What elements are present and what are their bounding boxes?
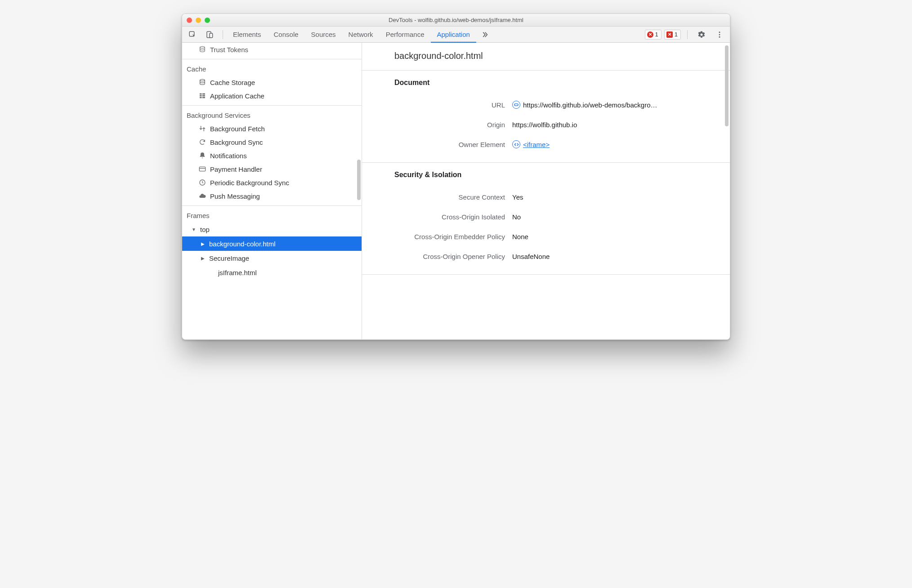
sidebar-item-payment-handler[interactable]: Payment Handler (182, 162, 362, 176)
owner-label: Owner Element (373, 141, 512, 148)
frames-top-label: top (200, 226, 210, 233)
frames-top-row[interactable]: ▼ top (182, 222, 362, 236)
tab-separator (687, 30, 688, 39)
push-messaging-label: Push Messaging (210, 192, 260, 200)
coep-label: Cross-Origin Embedder Policy (373, 233, 512, 241)
sidebar-item-trust-tokens[interactable]: Trust Tokens (182, 43, 362, 56)
svg-rect-2 (210, 33, 213, 38)
sidebar-inner: Trust Tokens Cache Cache Storage Ap (182, 43, 362, 284)
detail-scrollbar[interactable] (725, 45, 729, 126)
row-coep: Cross-Origin Embedder Policy None (373, 227, 719, 246)
svg-point-5 (719, 36, 720, 37)
section-document: Document URL https://wolfib.github.io/we… (362, 71, 730, 162)
frame-detail-pane[interactable]: background-color.html Document URL https… (362, 43, 730, 339)
sync-icon (198, 138, 206, 146)
svg-rect-10 (200, 95, 202, 97)
frames-leaf-label: jsIframe.html (218, 269, 257, 276)
main-split: Trust Tokens Cache Cache Storage Ap (182, 43, 730, 339)
sidebar-item-background-sync[interactable]: Background Sync (182, 135, 362, 149)
divider (362, 274, 730, 275)
devtools-window: DevTools - wolfib.github.io/web-demos/js… (182, 13, 730, 340)
sidebar-item-notifications[interactable]: Notifications (182, 149, 362, 162)
sidebar-scrollbar[interactable] (357, 160, 361, 200)
window-titlebar: DevTools - wolfib.github.io/web-demos/js… (182, 14, 730, 27)
disclosure-triangle-icon[interactable]: ▼ (191, 227, 197, 232)
coop-value: UnsafeNone (512, 253, 550, 260)
svg-point-4 (719, 34, 720, 35)
tab-separator (223, 30, 223, 39)
sidebar-item-application-cache[interactable]: Application Cache (182, 89, 362, 102)
owner-value-link[interactable]: <iframe> (523, 141, 550, 148)
cloud-icon (198, 192, 206, 200)
svg-point-7 (200, 79, 205, 81)
error-count: 1 (655, 31, 658, 38)
tab-network[interactable]: Network (342, 27, 380, 43)
clock-icon (198, 179, 206, 186)
frames-child-bgcolor[interactable]: ▶ background-color.html (182, 236, 362, 251)
reveal-source-icon[interactable] (512, 101, 520, 109)
database-icon (198, 46, 206, 53)
application-sidebar[interactable]: Trust Tokens Cache Cache Storage Ap (182, 43, 362, 339)
window-minimize-button[interactable] (196, 18, 201, 23)
fetch-icon (198, 125, 206, 132)
svg-point-3 (719, 31, 720, 33)
traffic-lights (187, 18, 210, 23)
tab-sources[interactable]: Sources (305, 27, 342, 43)
url-label: URL (373, 101, 512, 109)
row-origin: Origin https://wolfib.github.io (373, 115, 719, 134)
frames-child-secureimage[interactable]: ▶ SecureImage (182, 251, 362, 265)
window-title: DevTools - wolfib.github.io/web-demos/js… (182, 17, 730, 23)
svg-rect-11 (202, 95, 205, 97)
tab-console-label: Console (274, 31, 299, 38)
tab-performance[interactable]: Performance (380, 27, 431, 43)
owner-value-cell: <iframe> (512, 140, 719, 148)
application-cache-label: Application Cache (210, 92, 264, 100)
bg-services-header-label: Background Services (187, 111, 250, 119)
disclosure-triangle-icon[interactable]: ▶ (200, 256, 206, 261)
blocked-badge[interactable]: ✕ 1 (664, 30, 681, 40)
row-coop: Cross-Origin Opener Policy UnsafeNone (373, 246, 719, 266)
error-icon: ✕ (647, 31, 653, 38)
inspect-element-icon[interactable] (185, 29, 200, 40)
sidebar-section-bg-services: Background Services (182, 108, 362, 122)
frames-leaf-jsiframe[interactable]: jsIframe.html (182, 265, 362, 280)
sidebar-item-periodic-sync[interactable]: Periodic Background Sync (182, 176, 362, 189)
disclosure-triangle-icon[interactable]: ▶ (200, 241, 206, 246)
element-tag-icon[interactable] (512, 140, 520, 148)
tab-application-label: Application (437, 31, 470, 38)
tab-sources-label: Sources (311, 31, 336, 38)
origin-value-cell: https://wolfib.github.io (512, 121, 719, 129)
tab-application[interactable]: Application (431, 27, 476, 43)
tab-console[interactable]: Console (268, 27, 305, 43)
database-icon (198, 79, 206, 86)
tab-more-icon[interactable] (476, 31, 493, 39)
row-secure-context: Secure Context Yes (373, 187, 719, 207)
window-close-button[interactable] (187, 18, 192, 23)
device-toggle-icon[interactable] (202, 29, 217, 40)
tab-network-label: Network (349, 31, 373, 38)
detail-title: background-color.html (362, 43, 730, 70)
bell-icon (198, 152, 206, 159)
tab-elements[interactable]: Elements (227, 27, 268, 43)
svg-point-6 (200, 46, 205, 48)
row-owner-element: Owner Element <iframe> (373, 134, 719, 154)
svg-rect-14 (199, 167, 205, 171)
periodic-sync-label: Periodic Background Sync (210, 179, 289, 187)
blocked-icon: ✕ (666, 31, 673, 38)
kebab-menu-icon[interactable] (712, 29, 727, 40)
sidebar-item-cache-storage[interactable]: Cache Storage (182, 76, 362, 89)
origin-value: https://wolfib.github.io (512, 121, 577, 129)
frames-header-label: Frames (187, 212, 210, 219)
cache-storage-label: Cache Storage (210, 79, 255, 86)
settings-icon[interactable] (694, 29, 709, 40)
sidebar-item-background-fetch[interactable]: Background Fetch (182, 122, 362, 135)
window-maximize-button[interactable] (205, 18, 210, 23)
url-value: https://wolfib.github.io/web-demos/backg… (523, 101, 657, 109)
frames-child-secureimage-label: SecureImage (209, 254, 249, 262)
error-badge[interactable]: ✕ 1 (645, 30, 662, 40)
coop-label: Cross-Origin Opener Policy (373, 253, 512, 260)
svg-rect-21 (514, 104, 518, 106)
devtools-tabbar: Elements Console Sources Network Perform… (182, 27, 730, 43)
grid-icon (198, 92, 206, 99)
sidebar-item-push-messaging[interactable]: Push Messaging (182, 189, 362, 203)
